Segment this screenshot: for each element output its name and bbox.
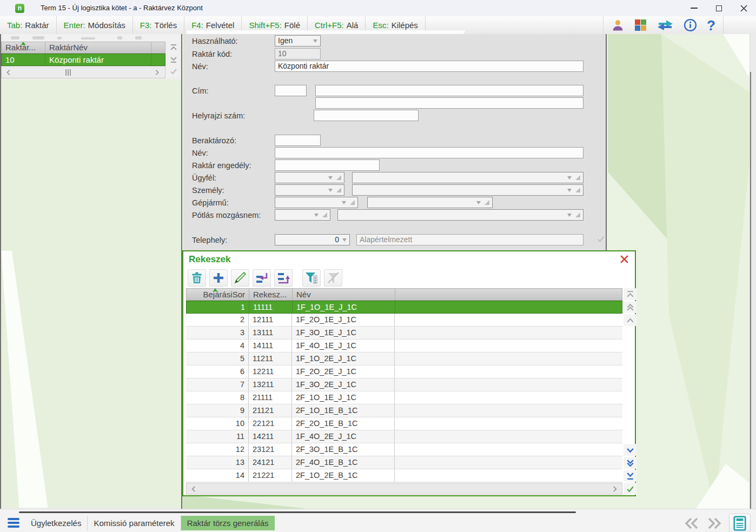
scrollbar-grip[interactable] xyxy=(65,69,71,76)
table-row[interactable]: 9211212F_1O_1E_B_1C xyxy=(186,404,622,417)
document-list-button[interactable] xyxy=(729,514,751,532)
table-row[interactable]: 1111111F_1O_1E_J_1C xyxy=(186,301,622,314)
info-icon[interactable] xyxy=(684,18,697,32)
table-cell: 21111 xyxy=(249,391,292,404)
scroll-left-icon[interactable] xyxy=(5,69,12,76)
usable-dropdown[interactable]: Igen xyxy=(275,35,321,46)
scroll-left-icon[interactable] xyxy=(190,485,198,493)
person-name-combo[interactable] xyxy=(352,184,583,196)
scroll-up-button[interactable] xyxy=(624,314,636,326)
table-row[interactable]: 10221212F_2O_1E_B_1C xyxy=(186,417,622,430)
help-icon[interactable]: ? xyxy=(707,19,715,32)
table-cell: 1F_3O_1E_J_1C xyxy=(292,327,395,339)
delete-button[interactable] xyxy=(188,269,206,287)
bottom-hscrollbar-thumb[interactable] xyxy=(19,511,576,513)
scroll-right-icon[interactable] xyxy=(611,485,619,493)
tab-raktar-torzs-generalas[interactable]: Raktár törzs generálás xyxy=(181,516,275,530)
table-row[interactable]: 4141111F_4O_1E_J_1C xyxy=(186,340,622,353)
site-name-field[interactable]: Alapértelmezett xyxy=(356,234,583,245)
hamburger-menu-icon[interactable] xyxy=(8,518,19,529)
table-row[interactable]: 11142111F_4O_2E_J_1C xyxy=(186,430,622,443)
column-header-raktar[interactable]: Raktár... xyxy=(2,42,45,53)
maximize-button[interactable] xyxy=(706,0,731,16)
table-row[interactable]: 12231212F_3O_1E_B_1C xyxy=(186,443,622,456)
table-row[interactable]: 2121111F_2O_1E_J_1C xyxy=(186,314,622,327)
scroll-to-top-button[interactable] xyxy=(624,288,636,300)
splitter[interactable] xyxy=(606,34,607,250)
menu-item-raktar[interactable]: Tab: Raktár xyxy=(0,16,57,34)
vehicle-code-combo[interactable] xyxy=(275,197,358,208)
panel-close-button[interactable] xyxy=(618,252,631,265)
table-row[interactable]: 13241212F_4O_1E_B_1C xyxy=(186,456,622,469)
close-button[interactable] xyxy=(731,0,756,16)
double-chevron-down-icon xyxy=(626,458,635,468)
stocker-field[interactable] xyxy=(275,135,321,146)
replenish-code-combo[interactable] xyxy=(275,209,330,221)
confirm-button-disabled[interactable] xyxy=(167,65,181,77)
table-cell: 21121 xyxy=(249,404,292,417)
edit-button[interactable] xyxy=(231,269,249,287)
site-dropdown[interactable]: 0 xyxy=(275,234,350,245)
column-header-nev[interactable]: Név xyxy=(293,289,395,300)
page-up-button[interactable] xyxy=(624,301,636,313)
scroll-down-button[interactable] xyxy=(624,444,636,456)
warehouse-hscrollbar[interactable] xyxy=(1,66,165,78)
customer-code-combo[interactable] xyxy=(275,172,344,183)
table-cell: 14 xyxy=(186,469,249,482)
lot-number-field[interactable] xyxy=(314,110,419,121)
table-cell: 11111 xyxy=(249,301,293,313)
scroll-to-bottom-button[interactable] xyxy=(624,470,636,482)
rekeszek-hscrollbar[interactable] xyxy=(186,483,622,495)
menu-item-modositas[interactable]: Enter: Módosítás xyxy=(57,16,133,34)
table-row[interactable]: 7132111F_3O_2E_J_1C xyxy=(186,378,622,391)
table-cell: 14111 xyxy=(249,340,292,352)
replenish-name-combo[interactable] xyxy=(337,209,583,221)
page-down-button[interactable] xyxy=(624,457,636,469)
move-out-button[interactable] xyxy=(274,269,293,287)
nav-prev-button[interactable] xyxy=(684,516,700,530)
table-row[interactable]: 14212212F_1O_2E_B_1C xyxy=(186,469,622,482)
tab-komissio-parameterek[interactable]: Komissió paraméterek xyxy=(88,516,181,530)
tab-ugyletkezeles[interactable]: Ügyletkezelés xyxy=(25,516,88,530)
address-field-1[interactable] xyxy=(315,85,583,96)
table-cell: 5 xyxy=(186,353,249,365)
table-row[interactable]: 8211112F_1O_1E_J_1C xyxy=(186,391,622,404)
warehouse-row-selected[interactable]: 10 Központi raktár xyxy=(1,54,165,66)
scroll-right-icon[interactable] xyxy=(153,69,161,76)
table-cell: 1F_3O_2E_J_1C xyxy=(292,378,395,391)
filter-clear-button-disabled[interactable] xyxy=(324,269,342,287)
vehicle-name-combo[interactable] xyxy=(367,197,493,208)
user-icon[interactable] xyxy=(611,18,625,32)
customer-name-combo[interactable] xyxy=(352,172,583,183)
warehouse-code-field[interactable]: 10 xyxy=(275,48,321,59)
table-row[interactable]: 3131111F_3O_1E_J_1C xyxy=(186,327,622,340)
add-button[interactable] xyxy=(209,269,228,287)
minimize-button[interactable] xyxy=(681,0,706,16)
transfer-icon[interactable] xyxy=(656,18,674,32)
table-cell: 1F_1O_1E_J_1C xyxy=(293,301,395,313)
stocker-name-field[interactable] xyxy=(275,147,583,158)
filter-button[interactable] xyxy=(302,269,321,287)
table-row[interactable]: 6122111F_2O_2E_J_1C xyxy=(186,365,622,378)
menu-item-torles[interactable]: F3: Törlés xyxy=(133,16,184,34)
confirm-button[interactable] xyxy=(624,483,636,495)
table-row[interactable]: 5112111F_1O_2E_J_1C xyxy=(186,353,622,365)
main-vscrollbar-thumb[interactable] xyxy=(750,72,751,509)
nav-next-button[interactable] xyxy=(706,516,722,530)
column-header-bejarasisor[interactable]: BejárásiSor xyxy=(187,289,249,300)
scroll-to-top-button[interactable] xyxy=(167,42,181,54)
zip-field[interactable] xyxy=(275,85,307,96)
address-field-2[interactable] xyxy=(315,97,583,109)
menu-key: Tab: xyxy=(7,21,22,30)
name-field[interactable]: Központi raktár xyxy=(275,61,583,72)
table-cell: 22121 xyxy=(249,417,292,430)
column-header-rekesz[interactable]: Rekesz... xyxy=(249,289,293,300)
column-header-empty xyxy=(151,42,165,53)
column-header-raktarnev[interactable]: RaktárNév xyxy=(45,42,151,53)
table-cell: 10 xyxy=(186,417,249,430)
permit-field[interactable] xyxy=(275,159,380,171)
move-in-button[interactable] xyxy=(253,269,271,287)
apps-icon[interactable] xyxy=(634,19,647,31)
person-code-combo[interactable] xyxy=(275,184,344,196)
scroll-to-bottom-button[interactable] xyxy=(167,54,181,65)
